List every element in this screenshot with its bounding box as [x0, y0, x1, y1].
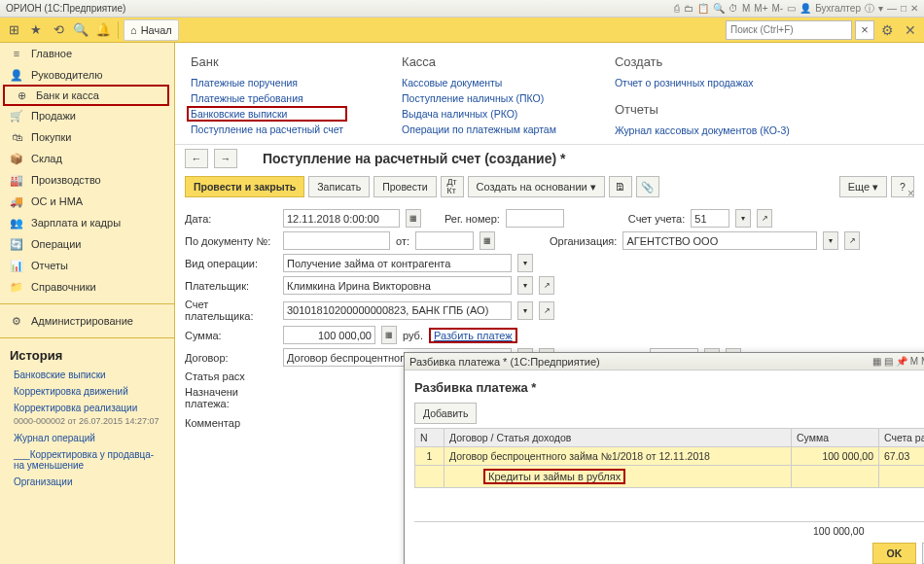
bell-icon[interactable]: 🔔	[93, 20, 113, 40]
history-item[interactable]: Корректировка движений	[0, 383, 174, 400]
sidebar-item-refs[interactable]: 📁Справочники	[0, 276, 174, 298]
docdate-input[interactable]	[415, 231, 474, 250]
sidebar-item-purchases[interactable]: 🛍Покупки	[0, 126, 174, 148]
min-icon[interactable]: —	[887, 3, 897, 14]
menu-link[interactable]: Выдача наличных (РКО)	[402, 108, 556, 120]
panel-close-icon[interactable]: ✕	[905, 22, 916, 38]
add-button[interactable]: Добавить	[414, 403, 477, 424]
select-icon[interactable]: ▾	[517, 301, 533, 320]
movements-button[interactable]: ДтКт	[441, 176, 464, 197]
ok-button[interactable]: OK	[872, 543, 917, 564]
history-icon[interactable]: ⟲	[49, 20, 68, 40]
menu-link[interactable]: Операции по платежным картам	[402, 123, 556, 135]
sidebar-item-production[interactable]: 🏭Производство	[0, 169, 174, 191]
select-icon[interactable]: ▾	[517, 276, 533, 295]
history-sub: 0000-000002 от 26.07.2015 14:27:07	[0, 416, 174, 430]
select-icon[interactable]: ▾	[735, 209, 751, 228]
more-button[interactable]: Еще ▾	[839, 176, 887, 197]
attach-button[interactable]: 🖺	[609, 176, 632, 197]
menu-link[interactable]: Платежные поручения	[191, 77, 343, 88]
history-item[interactable]: Организации	[0, 474, 174, 490]
post-close-button[interactable]: Провести и закрыть	[185, 176, 304, 197]
home-tab[interactable]: ⌂ Начал	[124, 19, 179, 41]
sidebar-item-hr[interactable]: 👥Зарплата и кадры	[0, 212, 174, 233]
date-input[interactable]	[283, 209, 400, 228]
account-input[interactable]	[691, 209, 729, 228]
open-icon[interactable]: ↗	[757, 209, 772, 228]
search-icon[interactable]: 🔍	[71, 20, 90, 40]
sidebar-item-assets[interactable]: 🚚ОС и НМА	[0, 191, 174, 212]
select-icon[interactable]: ▾	[823, 231, 838, 250]
split-payment-link[interactable]: Разбить платеж	[429, 328, 517, 343]
form-close-icon[interactable]: ×	[907, 187, 914, 200]
menu-link[interactable]: Отчет о розничных продажах	[615, 77, 790, 88]
history-item[interactable]: Журнал операций	[0, 430, 174, 446]
star-icon[interactable]: ★	[26, 20, 46, 40]
open-icon[interactable]: ↗	[539, 301, 554, 320]
org-input[interactable]	[622, 231, 817, 250]
m-icon[interactable]: M	[742, 3, 750, 14]
clear-icon[interactable]: ×	[855, 20, 874, 40]
window-icon[interactable]: ▭	[787, 3, 796, 14]
apps-icon[interactable]: ⊞	[4, 20, 23, 40]
calc-icon[interactable]: ▦	[381, 326, 397, 344]
clipboard-icon[interactable]: 📋	[697, 3, 709, 14]
label-account: Счет учета:	[628, 213, 685, 225]
sidebar-item-director[interactable]: 👤Руководителю	[0, 64, 174, 86]
grid-icon[interactable]: ▤	[884, 356, 893, 367]
find-icon[interactable]: 🔍	[713, 3, 725, 14]
open-icon[interactable]: ↗	[844, 231, 860, 250]
open-icon[interactable]: ↗	[539, 276, 554, 295]
optype-input[interactable]	[283, 254, 512, 272]
gear-icon[interactable]: ⚙	[881, 22, 894, 38]
sidebar-item-admin[interactable]: ⚙Администрирование	[0, 310, 174, 332]
sidebar-item-sales[interactable]: 🛒Продажи	[0, 105, 174, 126]
table-row[interactable]: 1 Договор беспроцентного займа №1/2018 о…	[415, 447, 925, 466]
post-button[interactable]: Провести	[373, 176, 436, 197]
pin-icon[interactable]: 📌	[896, 356, 907, 367]
sidebar-item-main[interactable]: ≡Главное	[0, 43, 174, 64]
forward-button[interactable]: →	[214, 149, 237, 168]
regnum-input[interactable]	[506, 209, 564, 228]
history-item[interactable]: Корректировка реализации	[0, 400, 174, 416]
menu-link[interactable]: Поступление наличных (ПКО)	[402, 92, 556, 104]
payer-acct-input[interactable]	[283, 301, 512, 320]
sidebar-item-reports[interactable]: 📊Отчеты	[0, 255, 174, 276]
sidebar-item-operations[interactable]: 🔄Операции	[0, 233, 174, 255]
mplus-icon[interactable]: M+	[754, 3, 767, 14]
calendar-icon[interactable]: ▦	[480, 231, 495, 250]
dropdown-icon[interactable]: ▾	[878, 3, 883, 14]
timer-icon[interactable]: ⏱	[729, 3, 738, 14]
sidebar-item-warehouse[interactable]: 📦Склад	[0, 148, 174, 169]
create-based-button[interactable]: Создать на основании ▾	[468, 176, 605, 197]
sidebar-item-bank[interactable]: ⊕Банк и касса	[3, 85, 169, 106]
close-icon[interactable]: ✕	[910, 3, 918, 14]
table-row-sub[interactable]: Кредиты и займы в рублях	[415, 466, 925, 488]
back-button[interactable]: ←	[185, 149, 208, 168]
user-name[interactable]: Бухгалтер	[815, 3, 861, 14]
history-item[interactable]: ___Корректировка у продавца-на уменьшени…	[0, 446, 174, 474]
m-icon[interactable]: M	[910, 356, 918, 367]
print-icon[interactable]: ⎙	[674, 3, 680, 14]
link-button[interactable]: 📎	[636, 176, 659, 197]
docnum-input[interactable]	[283, 231, 390, 250]
cycle-icon: 🔄	[10, 238, 23, 251]
select-icon[interactable]: ▾	[517, 254, 533, 272]
calc-icon[interactable]: ▦	[872, 356, 881, 367]
menu-link-bank-statements[interactable]: Банковские выписки	[187, 106, 347, 122]
mminus-icon[interactable]: M-	[772, 3, 784, 14]
menu-link[interactable]: Журнал кассовых документов (КО-3)	[615, 124, 790, 136]
sum-input[interactable]	[283, 326, 375, 344]
calendar-icon[interactable]: ▦	[406, 209, 421, 228]
payer-input[interactable]	[283, 276, 512, 295]
menu-link[interactable]: Кассовые документы	[402, 77, 556, 88]
info-icon[interactable]: ⓘ	[865, 2, 874, 16]
open-icon[interactable]: 🗀	[684, 3, 693, 14]
menu-link[interactable]: Поступление на расчетный счет	[191, 123, 343, 135]
max-icon[interactable]: □	[901, 3, 906, 14]
menu-link[interactable]: Платежные требования	[191, 92, 343, 104]
save-button[interactable]: Записать	[308, 176, 370, 197]
search-input[interactable]	[726, 20, 852, 40]
history-item[interactable]: Банковские выписки	[0, 367, 174, 383]
user-icon[interactable]: 👤	[800, 3, 811, 14]
